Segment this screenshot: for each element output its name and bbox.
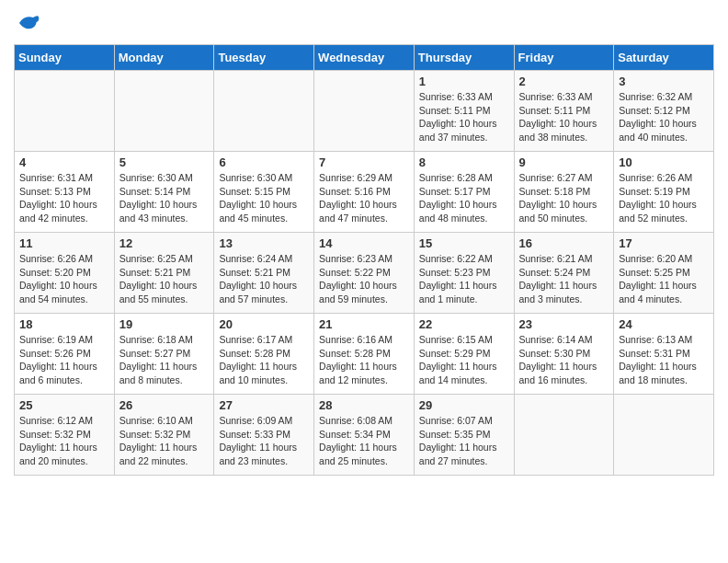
day-info: Sunrise: 6:18 AM Sunset: 5:27 PM Dayligh… (119, 333, 210, 387)
day-number: 9 (519, 155, 609, 169)
calendar-week-4: 18Sunrise: 6:19 AM Sunset: 5:26 PM Dayli… (15, 314, 714, 395)
day-info: Sunrise: 6:13 AM Sunset: 5:31 PM Dayligh… (619, 333, 709, 387)
day-info: Sunrise: 6:27 AM Sunset: 5:18 PM Dayligh… (519, 171, 609, 225)
day-number: 16 (519, 236, 609, 250)
day-header-sunday: Sunday (15, 45, 115, 71)
calendar-cell (314, 71, 415, 152)
day-info: Sunrise: 6:26 AM Sunset: 5:19 PM Dayligh… (619, 171, 709, 225)
day-number: 24 (619, 317, 709, 331)
day-number: 28 (319, 398, 409, 412)
day-number: 11 (19, 236, 109, 250)
day-number: 13 (219, 236, 309, 250)
day-info: Sunrise: 6:26 AM Sunset: 5:20 PM Dayligh… (19, 252, 109, 306)
day-info: Sunrise: 6:31 AM Sunset: 5:13 PM Dayligh… (19, 171, 109, 225)
calendar-cell (114, 71, 214, 152)
day-info: Sunrise: 6:30 AM Sunset: 5:15 PM Dayligh… (219, 171, 309, 225)
calendar-cell: 19Sunrise: 6:18 AM Sunset: 5:27 PM Dayli… (114, 314, 214, 395)
day-info: Sunrise: 6:09 AM Sunset: 5:33 PM Dayligh… (219, 414, 309, 468)
day-info: Sunrise: 6:28 AM Sunset: 5:17 PM Dayligh… (419, 171, 509, 225)
day-header-thursday: Thursday (414, 45, 514, 71)
day-info: Sunrise: 6:16 AM Sunset: 5:28 PM Dayligh… (319, 333, 409, 387)
day-info: Sunrise: 6:12 AM Sunset: 5:32 PM Dayligh… (19, 414, 109, 468)
day-number: 27 (219, 398, 309, 412)
day-number: 22 (419, 317, 509, 331)
calendar-cell: 15Sunrise: 6:22 AM Sunset: 5:23 PM Dayli… (414, 233, 514, 314)
day-header-friday: Friday (514, 45, 614, 71)
day-number: 4 (19, 155, 109, 169)
day-info: Sunrise: 6:25 AM Sunset: 5:21 PM Dayligh… (119, 252, 210, 306)
day-info: Sunrise: 6:08 AM Sunset: 5:34 PM Dayligh… (319, 414, 409, 468)
calendar-week-2: 4Sunrise: 6:31 AM Sunset: 5:13 PM Daylig… (15, 152, 714, 233)
calendar-cell (614, 395, 714, 476)
calendar-cell: 11Sunrise: 6:26 AM Sunset: 5:20 PM Dayli… (15, 233, 115, 314)
calendar-week-3: 11Sunrise: 6:26 AM Sunset: 5:20 PM Dayli… (15, 233, 714, 314)
day-info: Sunrise: 6:20 AM Sunset: 5:25 PM Dayligh… (619, 252, 709, 306)
day-number: 23 (519, 317, 609, 331)
day-number: 5 (119, 155, 210, 169)
calendar-cell: 18Sunrise: 6:19 AM Sunset: 5:26 PM Dayli… (15, 314, 115, 395)
calendar-cell: 14Sunrise: 6:23 AM Sunset: 5:22 PM Dayli… (314, 233, 415, 314)
calendar-cell: 25Sunrise: 6:12 AM Sunset: 5:32 PM Dayli… (15, 395, 115, 476)
day-number: 12 (119, 236, 210, 250)
day-number: 25 (19, 398, 109, 412)
calendar-cell: 10Sunrise: 6:26 AM Sunset: 5:19 PM Dayli… (614, 152, 714, 233)
calendar-cell: 28Sunrise: 6:08 AM Sunset: 5:34 PM Dayli… (314, 395, 415, 476)
calendar-cell: 6Sunrise: 6:30 AM Sunset: 5:15 PM Daylig… (214, 152, 314, 233)
day-info: Sunrise: 6:22 AM Sunset: 5:23 PM Dayligh… (419, 252, 509, 306)
day-info: Sunrise: 6:32 AM Sunset: 5:12 PM Dayligh… (619, 90, 709, 144)
day-number: 15 (419, 236, 509, 250)
calendar-body: 1Sunrise: 6:33 AM Sunset: 5:11 PM Daylig… (15, 71, 714, 476)
calendar-cell: 26Sunrise: 6:10 AM Sunset: 5:32 PM Dayli… (114, 395, 214, 476)
day-number: 3 (619, 75, 709, 88)
day-number: 18 (19, 317, 109, 331)
calendar-cell: 2Sunrise: 6:33 AM Sunset: 5:11 PM Daylig… (514, 71, 614, 152)
day-number: 2 (519, 75, 609, 88)
day-number: 14 (319, 236, 409, 250)
logo (14, 9, 45, 37)
day-number: 10 (619, 155, 709, 169)
day-info: Sunrise: 6:33 AM Sunset: 5:11 PM Dayligh… (419, 90, 509, 144)
day-number: 6 (219, 155, 309, 169)
day-info: Sunrise: 6:33 AM Sunset: 5:11 PM Dayligh… (519, 90, 609, 144)
day-info: Sunrise: 6:15 AM Sunset: 5:29 PM Dayligh… (419, 333, 509, 387)
day-info: Sunrise: 6:21 AM Sunset: 5:24 PM Dayligh… (519, 252, 609, 306)
calendar-cell: 24Sunrise: 6:13 AM Sunset: 5:31 PM Dayli… (614, 314, 714, 395)
day-info: Sunrise: 6:23 AM Sunset: 5:22 PM Dayligh… (319, 252, 409, 306)
calendar-cell (15, 71, 115, 152)
calendar-cell: 7Sunrise: 6:29 AM Sunset: 5:16 PM Daylig… (314, 152, 415, 233)
logo-icon (14, 9, 41, 37)
page-header (14, 9, 714, 37)
day-number: 21 (319, 317, 409, 331)
calendar-cell: 17Sunrise: 6:20 AM Sunset: 5:25 PM Dayli… (614, 233, 714, 314)
calendar-cell (214, 71, 314, 152)
day-info: Sunrise: 6:17 AM Sunset: 5:28 PM Dayligh… (219, 333, 309, 387)
calendar-week-1: 1Sunrise: 6:33 AM Sunset: 5:11 PM Daylig… (15, 71, 714, 152)
day-number: 20 (219, 317, 309, 331)
calendar-cell (514, 395, 614, 476)
calendar-cell: 9Sunrise: 6:27 AM Sunset: 5:18 PM Daylig… (514, 152, 614, 233)
day-number: 19 (119, 317, 210, 331)
day-info: Sunrise: 6:24 AM Sunset: 5:21 PM Dayligh… (219, 252, 309, 306)
calendar-table: SundayMondayTuesdayWednesdayThursdayFrid… (14, 44, 714, 476)
calendar-cell: 22Sunrise: 6:15 AM Sunset: 5:29 PM Dayli… (414, 314, 514, 395)
calendar-cell: 1Sunrise: 6:33 AM Sunset: 5:11 PM Daylig… (414, 71, 514, 152)
day-header-tuesday: Tuesday (214, 45, 314, 71)
calendar-cell: 20Sunrise: 6:17 AM Sunset: 5:28 PM Dayli… (214, 314, 314, 395)
calendar-cell: 12Sunrise: 6:25 AM Sunset: 5:21 PM Dayli… (114, 233, 214, 314)
day-number: 17 (619, 236, 709, 250)
day-header-wednesday: Wednesday (314, 45, 415, 71)
day-header-monday: Monday (114, 45, 214, 71)
day-info: Sunrise: 6:30 AM Sunset: 5:14 PM Dayligh… (119, 171, 210, 225)
day-number: 7 (319, 155, 409, 169)
day-number: 26 (119, 398, 210, 412)
day-info: Sunrise: 6:19 AM Sunset: 5:26 PM Dayligh… (19, 333, 109, 387)
day-number: 8 (419, 155, 509, 169)
calendar-week-5: 25Sunrise: 6:12 AM Sunset: 5:32 PM Dayli… (15, 395, 714, 476)
calendar-header-row: SundayMondayTuesdayWednesdayThursdayFrid… (15, 45, 714, 71)
calendar-cell: 16Sunrise: 6:21 AM Sunset: 5:24 PM Dayli… (514, 233, 614, 314)
calendar-cell: 29Sunrise: 6:07 AM Sunset: 5:35 PM Dayli… (414, 395, 514, 476)
calendar-cell: 3Sunrise: 6:32 AM Sunset: 5:12 PM Daylig… (614, 71, 714, 152)
calendar-cell: 27Sunrise: 6:09 AM Sunset: 5:33 PM Dayli… (214, 395, 314, 476)
calendar-cell: 23Sunrise: 6:14 AM Sunset: 5:30 PM Dayli… (514, 314, 614, 395)
day-info: Sunrise: 6:07 AM Sunset: 5:35 PM Dayligh… (419, 414, 509, 468)
